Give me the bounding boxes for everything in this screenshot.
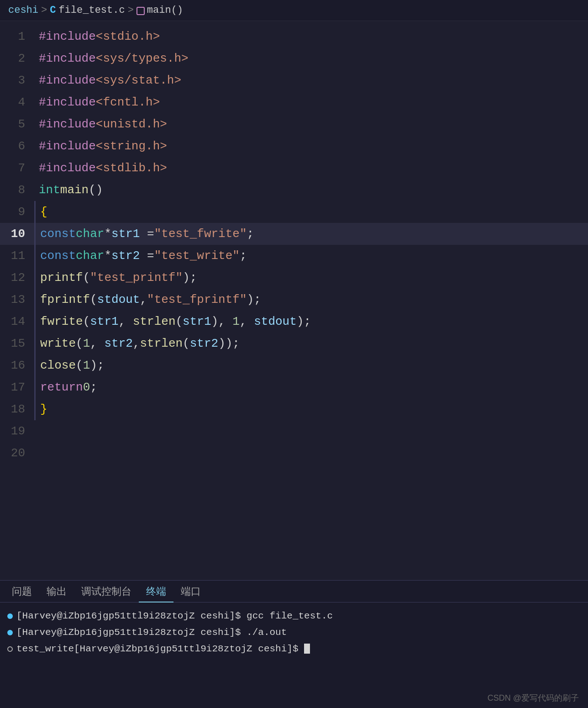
tab-输出[interactable]: 输出 <box>39 581 74 602</box>
code-content: #include <sys/types.h> <box>34 48 189 69</box>
line-number: 3 <box>0 69 34 91</box>
terminal-text: [Harvey@iZbp16jgp51ttl9i28ztojZ ceshi]$ … <box>16 608 333 624</box>
tab-终端[interactable]: 终端 <box>139 581 173 602</box>
line-number: 4 <box>0 91 34 113</box>
line-number: 1 <box>0 26 34 48</box>
terminal-text: [Harvey@iZbp16jgp51ttl9i28ztojZ ceshi]$ … <box>16 624 287 641</box>
code-line-6: 6#include <string.h> <box>0 135 588 157</box>
code-content: #include <unistd.h> <box>34 113 167 135</box>
code-line-7: 7#include <stdlib.h> <box>0 157 588 179</box>
code-content: { <box>36 201 47 223</box>
code-content: fprintf(stdout,"test_fprintf"); <box>36 289 261 311</box>
line-number: 6 <box>0 135 34 157</box>
line-number: 15 <box>0 333 34 354</box>
terminal-dot <box>7 613 13 619</box>
line-number: 18 <box>0 398 34 420</box>
code-content: fwrite(str1, strlen(str1), 1, stdout); <box>36 311 311 333</box>
code-line-4: 4#include <fcntl.h> <box>0 91 588 113</box>
code-content: write(1, str2,strlen(str2)); <box>36 333 240 354</box>
code-line-13: 13 fprintf(stdout,"test_fprintf"); <box>0 289 588 311</box>
code-line-9: 9{ <box>0 201 588 223</box>
cursor <box>304 644 310 654</box>
line-number: 12 <box>0 267 34 289</box>
terminal-line-0: [Harvey@iZbp16jgp51ttl9i28ztojZ ceshi]$ … <box>7 608 581 624</box>
code-line-3: 3#include <sys/stat.h> <box>0 69 588 91</box>
code-line-14: 14 fwrite(str1, strlen(str1), 1, stdout)… <box>0 311 588 333</box>
code-line-2: 2#include <sys/types.h> <box>0 48 588 69</box>
code-content: int main() <box>34 179 103 201</box>
code-line-8: 8int main() <box>0 179 588 201</box>
code-line-18: 18} <box>0 398 588 420</box>
code-content: #include <stdio.h> <box>34 26 160 48</box>
line-number: 16 <box>0 354 34 376</box>
code-area: 1#include <stdio.h>2#include <sys/types.… <box>0 21 588 469</box>
watermark: CSDN @爱写代码的刷子 <box>488 692 579 703</box>
breadcrumb-funcname: main() <box>147 5 183 16</box>
line-number: 10 <box>0 223 34 245</box>
code-line-20: 20 <box>0 442 588 464</box>
terminal-dot <box>7 646 13 652</box>
code-editor: 1#include <stdio.h>2#include <sys/types.… <box>0 21 588 469</box>
code-line-16: 16 close(1); <box>0 354 588 376</box>
code-content <box>34 420 39 442</box>
code-content: return 0; <box>36 376 97 398</box>
terminal-text: test_write[Harvey@iZbp16jgp51ttl9i28ztoj… <box>16 641 310 657</box>
tab-端口[interactable]: 端口 <box>173 581 208 602</box>
tab-问题[interactable]: 问题 <box>5 581 39 602</box>
line-number: 2 <box>0 48 34 69</box>
code-line-11: 11 const char*str2 ="test_write"; <box>0 245 588 267</box>
line-number: 13 <box>0 289 34 311</box>
code-line-1: 1#include <stdio.h> <box>0 26 588 48</box>
bottom-panel: 问题输出调试控制台终端端口 [Harvey@iZbp16jgp51ttl9i28… <box>0 580 588 708</box>
line-number: 5 <box>0 113 34 135</box>
code-content: #include <stdlib.h> <box>34 157 167 179</box>
code-content: #include <fcntl.h> <box>34 91 160 113</box>
breadcrumb-c-icon: C <box>50 5 56 16</box>
code-line-17: 17 return 0; <box>0 376 588 398</box>
code-line-15: 15 write(1, str2,strlen(str2)); <box>0 333 588 354</box>
line-number: 7 <box>0 157 34 179</box>
terminal-line-1: [Harvey@iZbp16jgp51ttl9i28ztojZ ceshi]$ … <box>7 624 581 641</box>
line-number: 9 <box>0 201 34 223</box>
line-number: 14 <box>0 311 34 333</box>
line-number: 8 <box>0 179 34 201</box>
breadcrumb-func: main() <box>136 5 183 16</box>
line-number: 11 <box>0 245 34 267</box>
code-line-19: 19 <box>0 420 588 442</box>
line-number: 20 <box>0 442 34 464</box>
line-number: 19 <box>0 420 34 442</box>
code-content: const char*str2 ="test_write"; <box>36 245 247 267</box>
code-content: printf("test_printf"); <box>36 267 197 289</box>
code-content: close(1); <box>36 354 104 376</box>
terminal-dot <box>7 630 13 635</box>
code-content: } <box>36 398 47 420</box>
terminal-line-2: test_write[Harvey@iZbp16jgp51ttl9i28ztoj… <box>7 641 581 657</box>
line-number: 17 <box>0 376 34 398</box>
breadcrumb-sep1: > <box>41 5 47 16</box>
code-line-12: 12 printf("test_printf"); <box>0 267 588 289</box>
code-content: const char*str1 ="test_fwrite"; <box>36 223 254 245</box>
code-line-10: 10 const char*str1 ="test_fwrite"; <box>0 223 588 245</box>
breadcrumb-sep2: > <box>128 5 134 16</box>
breadcrumb-folder[interactable]: ceshi <box>8 5 38 16</box>
func-icon <box>136 7 145 15</box>
code-content <box>34 442 39 464</box>
breadcrumb-filename[interactable]: file_test.c <box>58 5 125 16</box>
breadcrumb: ceshi > C file_test.c > main() <box>0 0 588 21</box>
terminal-content: [Harvey@iZbp16jgp51ttl9i28ztojZ ceshi]$ … <box>0 602 588 663</box>
code-content: #include <string.h> <box>34 135 167 157</box>
code-line-5: 5#include <unistd.h> <box>0 113 588 135</box>
code-content: #include <sys/stat.h> <box>34 69 181 91</box>
tab-调试控制台[interactable]: 调试控制台 <box>74 581 139 602</box>
tab-bar: 问题输出调试控制台终端端口 <box>0 581 588 602</box>
